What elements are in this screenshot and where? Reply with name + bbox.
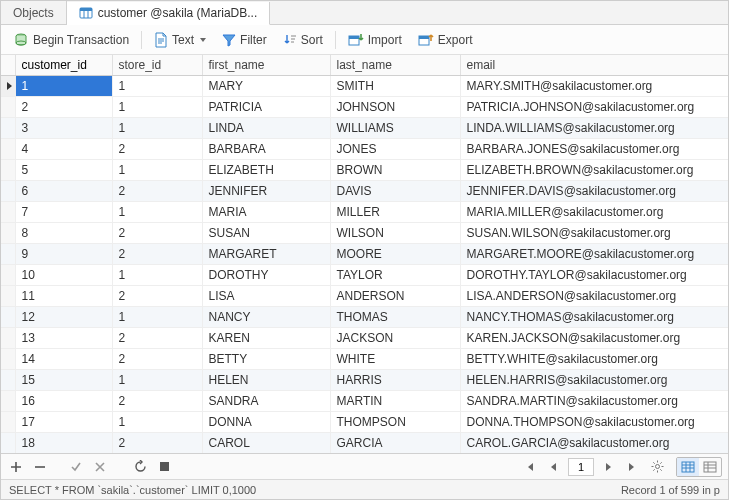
- row-gutter[interactable]: [1, 412, 15, 433]
- cell-email[interactable]: JENNIFER.DAVIS@sakilacustomer.org: [460, 181, 728, 202]
- cell-customer-id[interactable]: 12: [15, 307, 112, 328]
- row-gutter[interactable]: [1, 181, 15, 202]
- row-gutter[interactable]: [1, 370, 15, 391]
- begin-transaction-button[interactable]: Begin Transaction: [7, 29, 135, 51]
- table-row[interactable]: 11MARYSMITHMARY.SMITH@sakilacustomer.org: [1, 76, 728, 97]
- cell-first-name[interactable]: KAREN: [202, 328, 330, 349]
- cell-first-name[interactable]: ELIZABETH: [202, 160, 330, 181]
- cell-customer-id[interactable]: 17: [15, 412, 112, 433]
- cell-first-name[interactable]: LINDA: [202, 118, 330, 139]
- cell-email[interactable]: MARY.SMITH@sakilacustomer.org: [460, 76, 728, 97]
- cell-first-name[interactable]: SANDRA: [202, 391, 330, 412]
- cell-customer-id[interactable]: 3: [15, 118, 112, 139]
- stop-button[interactable]: [155, 458, 173, 476]
- cell-last-name[interactable]: JOHNSON: [330, 97, 460, 118]
- cell-last-name[interactable]: JONES: [330, 139, 460, 160]
- cell-store-id[interactable]: 2: [112, 286, 202, 307]
- col-first-name[interactable]: first_name: [202, 55, 330, 76]
- cell-last-name[interactable]: JACKSON: [330, 328, 460, 349]
- cell-first-name[interactable]: HELEN: [202, 370, 330, 391]
- cell-first-name[interactable]: NANCY: [202, 307, 330, 328]
- row-gutter[interactable]: [1, 328, 15, 349]
- cell-first-name[interactable]: PATRICIA: [202, 97, 330, 118]
- cell-store-id[interactable]: 2: [112, 328, 202, 349]
- cell-email[interactable]: LISA.ANDERSON@sakilacustomer.org: [460, 286, 728, 307]
- add-row-button[interactable]: [7, 458, 25, 476]
- row-gutter[interactable]: [1, 433, 15, 454]
- cell-email[interactable]: DOROTHY.TAYLOR@sakilacustomer.org: [460, 265, 728, 286]
- cell-last-name[interactable]: SMITH: [330, 76, 460, 97]
- cell-customer-id[interactable]: 1: [15, 76, 112, 97]
- settings-button[interactable]: [648, 458, 666, 476]
- nav-last-button[interactable]: [624, 458, 642, 476]
- cell-customer-id[interactable]: 14: [15, 349, 112, 370]
- cell-email[interactable]: MARIA.MILLER@sakilacustomer.org: [460, 202, 728, 223]
- cell-customer-id[interactable]: 7: [15, 202, 112, 223]
- row-gutter[interactable]: [1, 349, 15, 370]
- cell-first-name[interactable]: DOROTHY: [202, 265, 330, 286]
- cell-store-id[interactable]: 2: [112, 181, 202, 202]
- cell-store-id[interactable]: 1: [112, 265, 202, 286]
- cell-email[interactable]: ELIZABETH.BROWN@sakilacustomer.org: [460, 160, 728, 181]
- table-row[interactable]: 62JENNIFERDAVISJENNIFER.DAVIS@sakilacust…: [1, 181, 728, 202]
- cell-email[interactable]: BETTY.WHITE@sakilacustomer.org: [460, 349, 728, 370]
- cell-last-name[interactable]: WILLIAMS: [330, 118, 460, 139]
- table-row[interactable]: 82SUSANWILSONSUSAN.WILSON@sakilacustomer…: [1, 223, 728, 244]
- tab-customer[interactable]: customer @sakila (MariaDB...: [67, 2, 271, 25]
- cell-store-id[interactable]: 1: [112, 307, 202, 328]
- sort-button[interactable]: Sort: [277, 30, 329, 50]
- table-row[interactable]: 151HELENHARRISHELEN.HARRIS@sakilacustome…: [1, 370, 728, 391]
- cell-store-id[interactable]: 1: [112, 97, 202, 118]
- cell-first-name[interactable]: LISA: [202, 286, 330, 307]
- row-gutter[interactable]: [1, 307, 15, 328]
- tab-objects[interactable]: Objects: [1, 1, 67, 24]
- cell-store-id[interactable]: 1: [112, 370, 202, 391]
- cell-email[interactable]: DONNA.THOMPSON@sakilacustomer.org: [460, 412, 728, 433]
- cell-customer-id[interactable]: 5: [15, 160, 112, 181]
- cell-first-name[interactable]: BARBARA: [202, 139, 330, 160]
- table-row[interactable]: 171DONNATHOMPSONDONNA.THOMPSON@sakilacus…: [1, 412, 728, 433]
- row-gutter[interactable]: [1, 286, 15, 307]
- cell-store-id[interactable]: 2: [112, 244, 202, 265]
- cell-customer-id[interactable]: 18: [15, 433, 112, 454]
- table-row[interactable]: 132KARENJACKSONKAREN.JACKSON@sakilacusto…: [1, 328, 728, 349]
- cell-last-name[interactable]: WILSON: [330, 223, 460, 244]
- row-gutter[interactable]: [1, 118, 15, 139]
- cell-store-id[interactable]: 1: [112, 412, 202, 433]
- cell-last-name[interactable]: MOORE: [330, 244, 460, 265]
- cell-email[interactable]: KAREN.JACKSON@sakilacustomer.org: [460, 328, 728, 349]
- cell-last-name[interactable]: TAYLOR: [330, 265, 460, 286]
- cell-first-name[interactable]: JENNIFER: [202, 181, 330, 202]
- col-last-name[interactable]: last_name: [330, 55, 460, 76]
- row-gutter[interactable]: [1, 202, 15, 223]
- cell-store-id[interactable]: 1: [112, 76, 202, 97]
- cell-last-name[interactable]: DAVIS: [330, 181, 460, 202]
- apply-button[interactable]: [67, 458, 85, 476]
- table-row[interactable]: 42BARBARAJONESBARBARA.JONES@sakilacustom…: [1, 139, 728, 160]
- data-grid[interactable]: customer_id store_id first_name last_nam…: [1, 55, 728, 453]
- cell-store-id[interactable]: 1: [112, 202, 202, 223]
- col-store-id[interactable]: store_id: [112, 55, 202, 76]
- table-row[interactable]: 21PATRICIAJOHNSONPATRICIA.JOHNSON@sakila…: [1, 97, 728, 118]
- cell-email[interactable]: PATRICIA.JOHNSON@sakilacustomer.org: [460, 97, 728, 118]
- cell-store-id[interactable]: 2: [112, 139, 202, 160]
- table-row[interactable]: 162SANDRAMARTINSANDRA.MARTIN@sakilacusto…: [1, 391, 728, 412]
- row-gutter[interactable]: [1, 265, 15, 286]
- cell-first-name[interactable]: MARIA: [202, 202, 330, 223]
- filter-button[interactable]: Filter: [216, 30, 273, 50]
- cell-customer-id[interactable]: 15: [15, 370, 112, 391]
- table-row[interactable]: 121NANCYTHOMASNANCY.THOMAS@sakilacustome…: [1, 307, 728, 328]
- nav-first-button[interactable]: [520, 458, 538, 476]
- text-view-button[interactable]: Text: [148, 29, 212, 51]
- export-button[interactable]: Export: [412, 30, 479, 50]
- cell-customer-id[interactable]: 10: [15, 265, 112, 286]
- nav-prev-button[interactable]: [544, 458, 562, 476]
- col-customer-id[interactable]: customer_id: [15, 55, 112, 76]
- delete-row-button[interactable]: [31, 458, 49, 476]
- row-gutter[interactable]: [1, 76, 15, 97]
- cell-customer-id[interactable]: 9: [15, 244, 112, 265]
- table-row[interactable]: 51ELIZABETHBROWNELIZABETH.BROWN@sakilacu…: [1, 160, 728, 181]
- row-gutter[interactable]: [1, 97, 15, 118]
- row-gutter[interactable]: [1, 244, 15, 265]
- cell-customer-id[interactable]: 11: [15, 286, 112, 307]
